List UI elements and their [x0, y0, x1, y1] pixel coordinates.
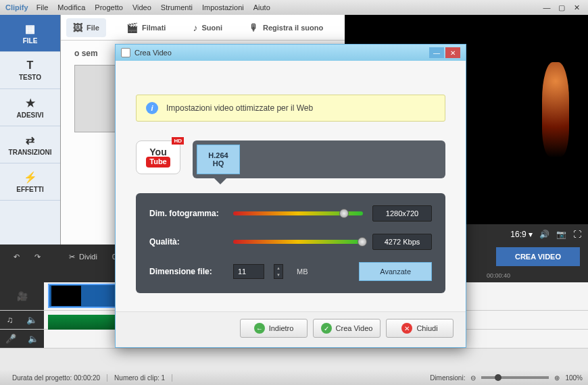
video-clip[interactable]	[48, 284, 122, 308]
fullscreen-icon[interactable]: ⛶	[573, 230, 581, 239]
aspect-selector[interactable]: 16:9 ▾	[510, 230, 533, 239]
preview-frame	[542, 62, 569, 157]
codec-bar: H.264 HQ	[193, 140, 445, 178]
filesize-input[interactable]: 11	[233, 264, 264, 279]
menu-modifica[interactable]: Modifica	[57, 3, 85, 11]
menu-progetto[interactable]: Progetto	[95, 3, 123, 11]
volume-icon[interactable]: 🔊	[539, 230, 549, 239]
sidebar-item-transizioni[interactable]: ⇄TRANSIZIONI	[0, 126, 60, 163]
hd-badge: HD	[172, 137, 184, 145]
sidebar-item-adesivi[interactable]: ★ADESIVI	[0, 89, 60, 126]
app-brand: Clipify	[5, 3, 28, 11]
menu-impostazioni[interactable]: Impostazioni	[202, 3, 244, 11]
codec-h264-hq[interactable]: H.264 HQ	[197, 145, 240, 174]
text-icon: T	[27, 59, 34, 72]
dialog-icon	[121, 48, 130, 57]
menu-bar: Clipify File Modifica Progetto Video Str…	[0, 0, 588, 15]
sidebar-item-effetti[interactable]: ⚡EFFETTI	[0, 163, 60, 201]
mic-icon: 🎙	[249, 22, 259, 33]
transition-icon: ⇄	[26, 134, 34, 147]
dialog-close-icon[interactable]: ✕	[445, 47, 460, 58]
settings-panel: Dim. fotogramma: 1280x720 Qualità: 4272 …	[136, 193, 445, 293]
quality-slider[interactable]	[233, 240, 363, 244]
audio-track-icon[interactable]: ♫	[7, 315, 14, 325]
close-button[interactable]: ✕Chiudi	[386, 319, 454, 338]
dialog-minimize-icon[interactable]: —	[429, 47, 444, 58]
menu-video[interactable]: Video	[132, 3, 151, 11]
redo-button[interactable]: ↷	[29, 250, 46, 264]
menu-strumenti[interactable]: Strumenti	[161, 3, 193, 11]
close-icon[interactable]: ✕	[570, 3, 583, 12]
dimensions-label: Dimensioni:	[430, 374, 465, 382]
scissors-icon: ✂	[69, 253, 75, 261]
arrow-left-icon: ←	[254, 323, 265, 334]
create-button[interactable]: ✓Crea Video	[313, 319, 381, 338]
tab-registra[interactable]: 🎙Registra il suono	[243, 18, 330, 37]
filesize-label: Dimensione file:	[149, 267, 224, 276]
check-icon: ✓	[321, 323, 332, 334]
status-bar: Durata del progetto: 00:00:20 Numero di …	[0, 370, 588, 385]
menu-aiuto[interactable]: Aiuto	[253, 3, 270, 11]
create-video-button[interactable]: CREA VIDEO	[496, 247, 580, 266]
create-video-dialog: Crea Video — ✕ i Impostazioni video otti…	[115, 44, 466, 348]
back-button[interactable]: ←Indietro	[240, 319, 308, 338]
minimize-icon[interactable]: —	[541, 3, 553, 12]
undo-button[interactable]: ↶	[8, 250, 25, 264]
filesize-unit: MB	[297, 267, 308, 276]
sidebar-item-file[interactable]: ▦FILE	[0, 15, 60, 52]
snapshot-icon[interactable]: 📷	[556, 230, 566, 239]
zoom-out-icon[interactable]: ⊖	[470, 374, 476, 382]
sidebar: ▦FILE TTESTO ★ADESIVI ⇄TRANSIZIONI ⚡EFFE…	[0, 15, 61, 245]
content-hint: o sem	[74, 49, 98, 58]
mute-icon[interactable]: 🔈	[28, 334, 39, 344]
zoom-in-icon[interactable]: ⊕	[554, 374, 560, 382]
info-text: Impostazioni video ottimizzate per il We…	[166, 103, 313, 113]
mute-icon[interactable]: 🔈	[26, 315, 37, 325]
voice-track-icon[interactable]: 🎤	[5, 334, 16, 344]
zoom-slider[interactable]	[481, 376, 549, 379]
info-icon: i	[146, 102, 158, 114]
star-icon: ★	[26, 97, 35, 109]
sound-icon: ♪	[193, 22, 197, 33]
menu-file[interactable]: File	[36, 3, 49, 11]
quality-value: 4272 Kbps	[372, 234, 432, 250]
tab-filmati[interactable]: 🎬Filmati	[120, 18, 172, 37]
content-tabs: 🖼File 🎬Filmati ♪Suoni 🎙Registra il suono	[61, 15, 345, 41]
x-icon: ✕	[401, 323, 412, 334]
effects-icon: ⚡	[24, 171, 37, 184]
framesize-value: 1280x720	[372, 205, 432, 222]
advanced-button[interactable]: Avanzate	[359, 262, 432, 281]
file-icon: 🖼	[73, 22, 82, 33]
info-banner: i Impostazioni video ottimizzate per il …	[136, 95, 445, 122]
dialog-footer: ←Indietro ✓Crea Video ✕Chiudi	[116, 311, 466, 347]
dialog-titlebar: Crea Video — ✕	[116, 45, 466, 61]
framesize-label: Dim. fotogramma:	[149, 209, 224, 218]
quality-label: Qualità:	[149, 237, 224, 247]
maximize-icon[interactable]: ▢	[556, 3, 568, 12]
divide-button[interactable]: ✂Dividi	[64, 250, 103, 264]
tab-file[interactable]: 🖼File	[66, 18, 106, 37]
youtube-preset[interactable]: HD You Tube	[136, 140, 180, 174]
framesize-slider[interactable]	[233, 211, 363, 215]
window-controls: — ▢ ✕	[541, 3, 583, 12]
tab-suoni[interactable]: ♪Suoni	[186, 18, 229, 37]
filesize-stepper[interactable]: ▲▼	[274, 264, 283, 279]
dialog-title: Crea Video	[134, 49, 172, 57]
film-icon: 🎬	[126, 22, 138, 33]
sidebar-item-testo[interactable]: TTESTO	[0, 52, 60, 89]
video-track-icon[interactable]: 🎥	[17, 291, 28, 301]
zoom-value: 100%	[565, 374, 583, 382]
image-icon: ▦	[25, 22, 35, 35]
time-mark: 00:00:40	[487, 272, 510, 279]
